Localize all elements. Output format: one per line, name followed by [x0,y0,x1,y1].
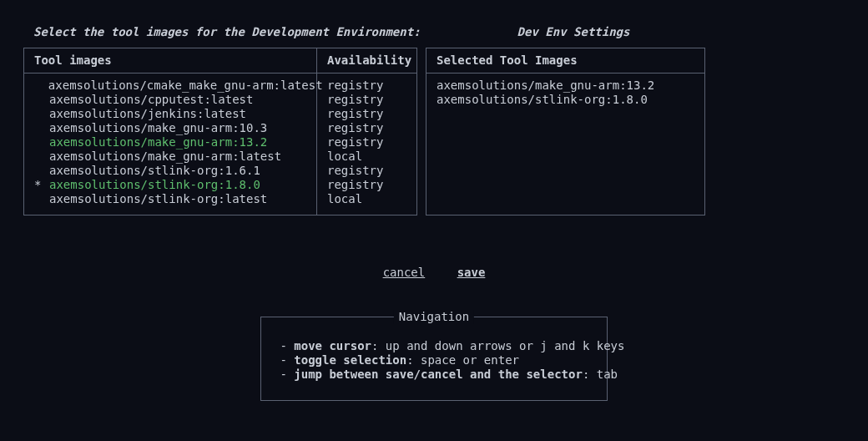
nav-key: toggle selection [294,353,406,367]
nav-desc: : tab [583,368,618,381]
navigation-legend: Navigation [394,310,474,324]
page-title: Select the tool images for the Developme… [33,25,421,39]
list-item[interactable]: axemsolutions/cpputest:latest [24,93,316,107]
nav-key: jump between save/cancel and the selecto… [294,368,583,381]
navigation-help: Navigation - move cursor: up and down ar… [260,317,608,401]
nav-help-line: - toggle selection: space or enter [273,353,595,368]
cursor-marker [34,93,49,107]
availability-value: registry [317,164,416,178]
tool-images-list[interactable]: axemsolutions/cmake_make_gnu-arm:latest … [24,74,316,215]
tool-images-panel: Tool images axemsolutions/cmake_make_gnu… [23,48,417,215]
tool-image-name: axemsolutions/stlink-org:latest [49,192,267,206]
cursor-marker [34,150,49,164]
cursor-marker [34,192,49,206]
tool-image-name: axemsolutions/cpputest:latest [49,93,253,107]
nav-desc: : space or enter [406,353,519,367]
tool-image-name: axemsolutions/make_gnu-arm:13.2 [49,135,267,150]
list-item[interactable]: axemsolutions/stlink-org:latest [24,192,316,206]
availability-value: registry [317,135,416,150]
cursor-marker [34,164,49,178]
availability-value: registry [317,178,416,192]
selected-image: axemsolutions/stlink-org:1.8.0 [426,93,704,107]
tool-image-name: axemsolutions/jenkins:latest [49,107,246,121]
cursor-marker [34,107,49,121]
list-item[interactable]: axemsolutions/jenkins:latest [24,107,316,121]
list-item[interactable]: axemsolutions/make_gnu-arm:10.3 [24,121,316,135]
availability-value: registry [317,107,416,121]
save-button[interactable]: save [457,266,486,279]
cursor-marker [34,135,49,150]
availability-value: registry [317,93,416,107]
cursor-marker: * [34,178,49,192]
nav-help-line: - jump between save/cancel and the selec… [273,368,595,382]
selected-image: axemsolutions/make_gnu-arm:13.2 [426,79,704,93]
list-item[interactable]: axemsolutions/cmake_make_gnu-arm:latest [24,79,316,93]
availability-value: registry [317,121,416,135]
availability-value: local [317,192,416,206]
availability-list: registryregistryregistryregistryregistry… [317,74,416,215]
cursor-marker [34,79,48,93]
cursor-marker [34,121,49,135]
list-item[interactable]: axemsolutions/make_gnu-arm:latest [24,150,316,164]
page-subtitle: Dev Env Settings [517,25,630,39]
tool-images-header: Tool images [24,48,316,74]
availability-value: local [317,150,416,164]
availability-header: Availability [317,48,416,74]
tool-image-name: axemsolutions/make_gnu-arm:10.3 [49,121,267,135]
selected-images-header: Selected Tool Images [426,48,704,74]
list-item[interactable]: axemsolutions/stlink-org:1.6.1 [24,164,316,178]
nav-help-line: - move cursor: up and down arrows or j a… [273,339,595,353]
cancel-button[interactable]: cancel [383,266,426,279]
selected-images-list: axemsolutions/make_gnu-arm:13.2axemsolut… [426,74,704,115]
tool-image-name: axemsolutions/cmake_make_gnu-arm:latest [48,79,323,93]
tool-image-name: axemsolutions/stlink-org:1.6.1 [49,164,260,178]
availability-value: registry [317,79,416,93]
list-item[interactable]: axemsolutions/make_gnu-arm:13.2 [24,135,316,150]
selected-images-panel: Selected Tool Images axemsolutions/make_… [426,48,705,215]
list-item[interactable]: * axemsolutions/stlink-org:1.8.0 [24,178,316,192]
tool-image-name: axemsolutions/make_gnu-arm:latest [49,150,281,164]
tool-image-name: axemsolutions/stlink-org:1.8.0 [49,178,260,192]
nav-desc: : up and down arrows or j and k keys [371,339,624,352]
nav-key: move cursor [294,339,371,352]
